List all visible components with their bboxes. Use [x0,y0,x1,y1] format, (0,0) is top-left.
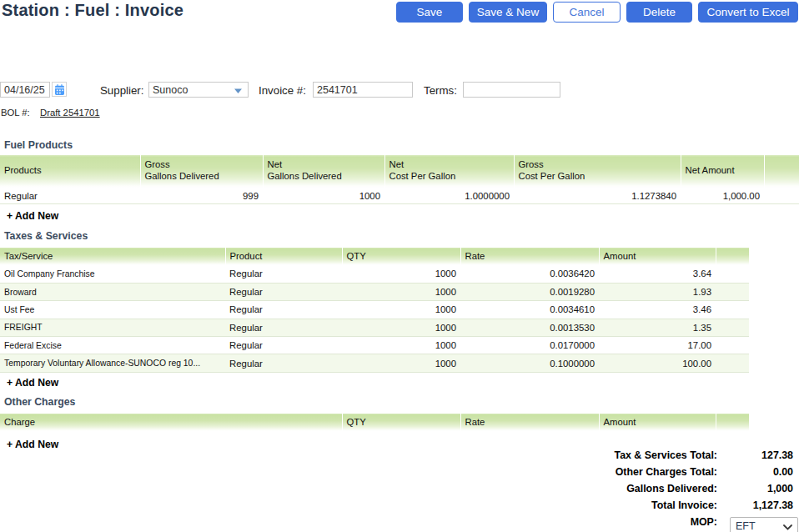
col-amount: Amount [599,414,716,431]
fuel-net-cost: 1.0000000 [384,188,514,204]
col-rate: Rate [460,248,599,265]
gallons-delivered-label: Gallons Delivered: [626,483,717,494]
tax-service-row[interactable]: BrowardRegular10000.00192801.93 [0,283,749,300]
col-qty: QTY [342,248,460,265]
invoice-number-field[interactable] [317,84,409,96]
gallons-delivered-value: 1,000 [767,483,793,494]
fuel-row[interactable]: Regular 999 1000 1.0000000 1.1273840 1,0… [0,188,799,204]
fuel-products-heading: Fuel Products [4,139,73,151]
tax-services-total-label: Tax & Services Total: [615,449,718,461]
col-tax-service: Tax/Service [0,248,225,265]
tax-rate: 0.0013530 [460,319,599,336]
tax-name: Ust Fee [0,301,225,319]
col-empty [716,414,749,431]
col-rate: Rate [460,414,599,431]
fuel-header-row: Products Gross Gallons Delivered Net Gal… [0,155,799,188]
tax-service-row[interactable]: Temporary Voluntary Allowance-SUNOCO reg… [0,354,749,372]
tax-amount: 3.46 [599,301,716,319]
col-net-gallons: Net Gallons Delivered [263,155,384,188]
other-charges-total-value: 0.00 [773,466,793,478]
total-invoice-label: Total Invoice: [651,499,717,511]
tax-amount: 1.35 [599,319,716,336]
col-net-cost: Net Cost Per Gallon [384,155,514,188]
terms-field[interactable] [467,84,556,96]
fuel-net-amount: 1,000.00 [681,188,764,204]
tax-rate: 0.0034610 [460,301,599,319]
tax-service-row[interactable]: Federal ExciseRegular10000.017000017.00 [0,337,749,354]
chevron-down-icon [234,88,242,93]
col-product: Product [225,248,342,265]
tax-name: Temporary Voluntary Allowance-SUNOCO reg… [0,354,225,372]
tax-name: FREIGHT [0,319,225,336]
mop-select[interactable]: EFT [730,517,798,532]
tax-qty: 1000 [342,301,460,319]
invoice-number-input[interactable] [313,82,413,98]
convert-to-excel-button[interactable]: Convert to Excel [698,2,798,23]
col-charge: Charge [0,414,342,431]
terms-label: Terms: [424,84,457,97]
other-charges-heading: Other Charges [4,396,75,408]
fuel-product-name: Regular [0,188,140,204]
supplier-label: Supplier: [100,84,143,97]
fuel-products-table: Products Gross Gallons Delivered Net Gal… [0,155,799,204]
tax-product: Regular [225,337,342,354]
invoice-page: Station : Fuel : Invoice Save Save & New… [0,0,799,532]
calendar-button[interactable] [52,82,67,97]
tax-product: Regular [225,319,342,336]
tax-rate: 0.0019280 [460,283,599,300]
save-button[interactable]: Save [396,2,463,23]
bol-label: BOL #: [1,108,30,118]
select-chevron-icon [783,524,792,530]
col-products: Products [0,155,140,188]
col-empty [764,155,799,188]
supplier-value: Sunoco [153,84,188,96]
tax-product: Regular [225,283,342,300]
tax-product: Regular [225,354,342,372]
calendar-icon [54,84,65,95]
other-charges-total-label: Other Charges Total: [616,466,717,478]
fuel-gross-gallons: 999 [140,188,263,204]
tax-amount: 3.64 [599,265,716,283]
save-and-new-button[interactable]: Save & New [469,2,547,23]
page-title: Station : Fuel : Invoice [2,1,183,20]
other-charges-header-row: Charge QTY Rate Amount [0,414,749,431]
cancel-button[interactable]: Cancel [553,2,621,23]
tax-qty: 1000 [342,319,460,336]
tax-name: Broward [0,283,225,300]
mop-value: EFT [736,520,756,532]
date-input-field[interactable] [4,84,46,96]
tax-qty: 1000 [342,265,460,283]
date-input[interactable] [0,82,50,98]
tax-name: Federal Excise [0,337,225,354]
tax-name: Oil Company Franchise [0,265,225,283]
tax-rate: 0.1000000 [460,354,599,372]
taxes-header-row: Tax/Service Product QTY Rate Amount [0,248,749,265]
tax-amount: 100.00 [599,354,716,372]
total-invoice-value: 1,127.38 [753,499,793,511]
tax-product: Regular [225,301,342,319]
col-empty [716,248,749,265]
invoice-number-label: Invoice #: [259,84,306,97]
taxes-services-table: Tax/Service Product QTY Rate Amount Oil … [0,248,749,373]
delete-button[interactable]: Delete [626,2,692,23]
taxes-services-heading: Taxes & Services [4,230,88,242]
tax-service-row[interactable]: Ust FeeRegular10000.00346103.46 [0,301,749,319]
add-new-tax-service-link[interactable]: + Add New [7,377,58,389]
mop-label: MOP: [691,516,717,528]
add-new-other-charge-link[interactable]: + Add New [7,439,58,450]
tax-service-row[interactable]: Oil Company FranchiseRegular10000.003642… [0,265,749,283]
tax-service-row[interactable]: FREIGHTRegular10000.00135301.35 [0,319,749,336]
supplier-dropdown[interactable]: Sunoco [148,82,249,98]
col-gross-gallons: Gross Gallons Delivered [140,155,263,188]
other-charges-table: Charge QTY Rate Amount [0,414,749,431]
tax-amount: 17.00 [599,337,716,354]
tax-qty: 1000 [342,283,460,300]
toolbar: Save Save & New Cancel Delete Convert to… [396,2,798,23]
terms-input[interactable] [463,82,560,98]
tax-product: Regular [225,265,342,283]
bol-draft-link[interactable]: Draft 2541701 [40,108,100,118]
tax-rate: 0.0036420 [460,265,599,283]
tax-amount: 1.93 [599,283,716,300]
add-new-fuel-product-link[interactable]: + Add New [7,210,58,222]
col-net-amount: Net Amount [681,155,764,188]
